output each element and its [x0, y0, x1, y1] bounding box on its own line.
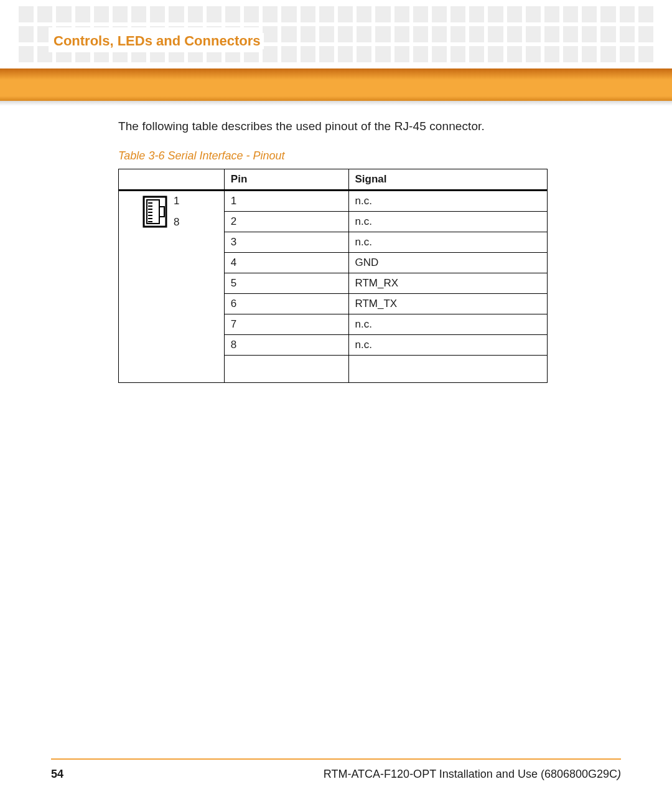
cell-pin: 8 [224, 335, 348, 356]
header-divider-shadow [0, 101, 672, 106]
cell-signal: n.c. [348, 314, 548, 335]
cell-pin: 6 [224, 294, 348, 314]
page-number: 54 [51, 768, 63, 781]
connector-label-top: 1 [174, 195, 179, 207]
connector-label-bottom: 8 [174, 216, 179, 229]
table-header-pin: Pin [224, 169, 348, 191]
cell-pin: 5 [224, 273, 348, 294]
footer-doc-title-text: RTM-ATCA-F120-OPT Installation and Use (… [324, 768, 617, 780]
table-caption: Table 3-6 Serial Interface - Pinout [118, 149, 604, 163]
footer-rule [51, 758, 621, 760]
header-divider-bar [0, 68, 672, 101]
pinout-table: Pin Signal [118, 169, 548, 383]
page: Controls, LEDs and Connectors The follow… [0, 0, 672, 807]
cell-signal [348, 356, 548, 383]
cell-signal: n.c. [348, 232, 548, 253]
cell-signal: GND [348, 253, 548, 273]
cell-pin: 7 [224, 314, 348, 335]
intro-text: The following table describes the used p… [118, 120, 604, 133]
footer-doc-title: RTM-ATCA-F120-OPT Installation and Use (… [324, 768, 621, 781]
cell-signal: RTM_RX [348, 273, 548, 294]
cell-pin: 1 [224, 191, 348, 212]
connector-pin-labels: 1 8 [174, 195, 179, 229]
content-area: The following table describes the used p… [118, 120, 604, 383]
footer: 54 RTM-ATCA-F120-OPT Installation and Us… [51, 768, 621, 781]
cell-pin: 4 [224, 253, 348, 273]
cell-signal: n.c. [348, 335, 548, 356]
cell-pin: 3 [224, 232, 348, 253]
rj45-icon [142, 196, 167, 228]
table-row: 1 8 1 n.c. [119, 191, 548, 212]
cell-pin [224, 356, 348, 383]
cell-signal: n.c. [348, 212, 548, 232]
table-header-row: Pin Signal [119, 169, 548, 191]
cell-signal: RTM_TX [348, 294, 548, 314]
section-title: Controls, LEDs and Connectors [54, 33, 264, 49]
svg-rect-9 [159, 207, 164, 217]
cell-pin: 2 [224, 212, 348, 232]
footer-doc-id-suffix: ) [617, 768, 621, 780]
table-header-blank [119, 169, 225, 191]
table-header-signal: Signal [348, 169, 548, 191]
cell-signal: n.c. [348, 191, 548, 212]
connector-diagram-cell: 1 8 [119, 191, 225, 383]
